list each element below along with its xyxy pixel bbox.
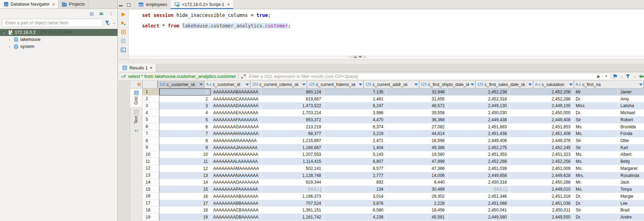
cell-c_first_sales_date_sk[interactable]: 2,449,100: [510, 102, 573, 109]
chevron-down-icon[interactable]: ⌄: [113, 21, 115, 25]
sort-menu-icon[interactable]: [199, 84, 203, 86]
cell-c_salutation[interactable]: Dr.: [573, 214, 618, 221]
cell-c_current_addr_sk[interactable]: 32,946: [386, 88, 447, 96]
tab-database-navigator[interactable]: Database Navigator ×: [0, 0, 58, 8]
cell-c_first_shipto_date_sk[interactable]: 2,449,658: [447, 172, 510, 179]
row-number[interactable]: 19: [142, 214, 159, 221]
cell-c_first_shipto_date_sk[interactable]: 2,450,030: [447, 109, 510, 116]
row-number[interactable]: 8: [142, 137, 159, 144]
cell-c_first_na[interactable]: Betty: [618, 158, 644, 165]
terminal-icon[interactable]: [121, 47, 126, 53]
column-header-c_customer_id[interactable]: A-zc_customer_id: [204, 81, 250, 88]
cell-c_first_sales_date_sk[interactable]: 2,451,323: [510, 151, 573, 158]
cell-c_first_na[interactable]: Amy: [618, 96, 644, 103]
cell-c_customer_sk[interactable]: 1: [159, 88, 211, 96]
cell-c_current_addr_sk[interactable]: 2,228: [386, 200, 447, 207]
cell-c_customer_id[interactable]: AAAAAAAAJAAAAAAA: [211, 144, 261, 151]
close-icon[interactable]: ×: [52, 2, 55, 7]
cell-c_first_shipto_date_sk[interactable]: 2,449,406: [447, 137, 510, 144]
row-number[interactable]: 18: [142, 207, 159, 214]
cell-c_customer_id[interactable]: AAAAAAAABBAAAAAA: [211, 200, 261, 207]
cell-c_first_shipto_date_sk[interactable]: 2,451,438: [447, 130, 510, 137]
cell-c_first_sales_date_sk[interactable]: 2,452,258: [510, 158, 573, 165]
filter-funnel-icon[interactable]: [625, 74, 631, 79]
splitter-collapse-handle[interactable]: [349, 56, 367, 58]
cell-c_salutation[interactable]: Dr.: [573, 200, 618, 207]
column-header-c_first_na[interactable]: A-zc_first_na: [574, 81, 644, 88]
row-number[interactable]: 1: [142, 88, 159, 96]
cell-c_current_hdemo_sk[interactable]: 2,777: [324, 172, 386, 179]
presentation-tab-grid[interactable]: Grid: [130, 88, 142, 108]
row-number[interactable]: 15: [142, 186, 159, 193]
expand-filter-icon[interactable]: [241, 74, 246, 79]
cell-c_customer_sk[interactable]: 6: [159, 123, 211, 130]
cell-c_current_addr_sk[interactable]: 49,388: [386, 144, 447, 151]
execute-statement-icon[interactable]: [121, 12, 126, 17]
cell-c_customer_id[interactable]: AAAAAAAAOAAAAAAA: [211, 179, 261, 186]
sort-menu-icon[interactable]: [639, 84, 643, 86]
cell-c_customer_id[interactable]: AAAAAAAAABAAAAAA: [211, 193, 261, 200]
cell-c_current_addr_sk[interactable]: 39,558: [386, 109, 447, 116]
column-header-c_current_hdemo_sk[interactable]: 123c_current_hdemo_sk: [307, 81, 364, 88]
cell-c_first_shipto_date_sk[interactable]: 2,450,041: [447, 207, 510, 214]
filter-check-icon[interactable]: [105, 20, 110, 26]
column-header-c_first_shipto_date_sk[interactable]: 123c_first_shipto_date_sk: [419, 81, 476, 88]
chevron-down-icon[interactable]: ⌄: [633, 75, 636, 78]
cell-c_current_cdemo_sk[interactable]: 929,344: [261, 179, 324, 186]
column-header-c_salutation[interactable]: A-zc_salutation: [533, 81, 574, 88]
cell-c_current_addr_sk[interactable]: 18,456: [386, 207, 447, 214]
cell-c_customer_sk[interactable]: 14: [159, 179, 211, 186]
cell-c_first_sales_date_sk[interactable]: 2,452,208: [510, 88, 573, 96]
cell-c_customer_sk[interactable]: 9: [159, 144, 211, 151]
row-number[interactable]: 14: [142, 179, 159, 186]
cell-c_current_hdemo_sk[interactable]: 1,461: [324, 96, 386, 103]
expander-icon[interactable]: ⌄: [2, 31, 6, 35]
column-header-c_current_cdemo_sk[interactable]: 123c_current_cdemo_sk: [250, 81, 307, 88]
cell-c_first_sales_date_sk[interactable]: 2,449,408: [510, 116, 573, 123]
expander-icon[interactable]: ›: [8, 45, 11, 49]
tab-results-1[interactable]: Results 1 ×: [118, 64, 156, 72]
cell-c_salutation[interactable]: Ms.: [573, 158, 618, 165]
cell-c_salutation[interactable]: Mr.: [573, 179, 618, 186]
cell-c_first_sales_date_sk[interactable]: 2,450,000: [510, 109, 573, 116]
cell-c_first_shipto_date_sk[interactable]: 2,449,130: [447, 102, 510, 109]
cell-c_current_cdemo_sk[interactable]: 1,703,214: [261, 109, 324, 116]
cell-c_current_hdemo_sk[interactable]: 5,143: [324, 151, 386, 158]
cell-c_customer_sk[interactable]: 11: [159, 158, 211, 165]
cell-c_salutation[interactable]: Sir: [573, 137, 618, 144]
cell-c_customer_id[interactable]: AAAAAAAAGAAAAAAA: [211, 123, 261, 130]
cell-c_current_addr_sk[interactable]: 30,469: [386, 186, 447, 193]
cell-c_salutation[interactable]: Ms.: [573, 186, 618, 193]
cell-c_customer_id[interactable]: AAAAAAAAHAAAAAAA: [211, 130, 261, 137]
row-number[interactable]: 9: [142, 144, 159, 151]
editor-hscrollbar[interactable]: [129, 55, 644, 59]
object-filter-input[interactable]: [2, 19, 103, 27]
maximize-icon[interactable]: [127, 3, 130, 7]
cell-c_first_na[interactable]: Brad: [618, 207, 644, 214]
cell-c_first_sales_date_sk[interactable]: 2,451,853: [510, 123, 573, 130]
cell-c_current_addr_sk[interactable]: 45,581: [386, 214, 447, 221]
cell-c_current_addr_sk[interactable]: 47,999: [386, 158, 447, 165]
cell-c_first_shipto_date_sk[interactable]: 2,449,438: [447, 116, 510, 123]
cell-c_current_addr_sk[interactable]: 6,440: [386, 179, 447, 186]
sort-menu-icon[interactable]: [528, 84, 532, 86]
cell-c_first_sales_date_sk[interactable]: 2,451,038: [510, 200, 573, 207]
cell-c_customer_sk[interactable]: 12: [159, 165, 211, 172]
cell-c_current_addr_sk[interactable]: 47,366: [386, 165, 447, 172]
cell-c_first_shipto_date_sk[interactable]: 2,452,275: [447, 144, 510, 151]
cell-c_first_na[interactable]: Latisha: [618, 102, 644, 109]
cell-c_current_addr_sk[interactable]: 48,572: [386, 102, 447, 109]
close-icon[interactable]: ×: [227, 2, 230, 7]
cell-c_current_cdemo_sk[interactable]: 1,215,897: [261, 137, 324, 144]
cell-c_current_hdemo_sk[interactable]: 6,580: [324, 207, 386, 214]
cell-c_first_sales_date_sk[interactable]: 2,449,550: [510, 214, 573, 221]
tree-item-system[interactable]: › system: [0, 43, 117, 50]
cell-c_salutation[interactable]: Sir: [573, 207, 618, 214]
cell-c_current_addr_sk[interactable]: 31,655: [386, 96, 447, 103]
sql-line[interactable]: select * from lakehouse.customer_analyti…: [142, 21, 644, 32]
column-header-c_current_addr_sk[interactable]: 123c_current_addr_sk: [364, 81, 419, 88]
cell-c_current_hdemo_sk[interactable]: 6,247: [324, 102, 386, 109]
column-header-c_customer_sk[interactable]: 123c_customer_sk: [158, 81, 204, 88]
apply-filter-icon[interactable]: ▶: [595, 74, 602, 78]
cell-c_customer_id[interactable]: AAAAAAAACBAAAAAA: [211, 207, 261, 214]
